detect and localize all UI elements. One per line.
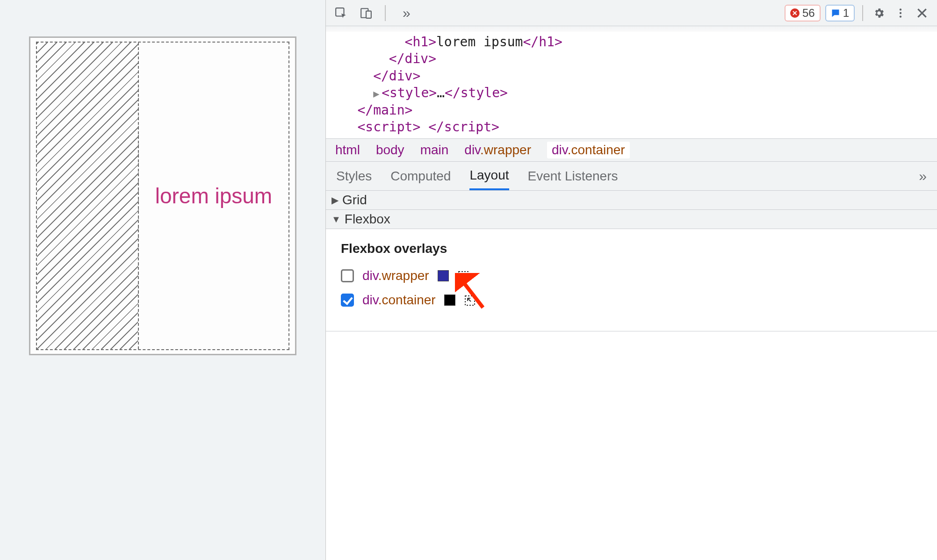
devtools-panel: » ✕ 56 1 <h1>lorem ip <box>325 0 937 560</box>
overlay-wrapper-reveal-icon[interactable] <box>457 270 469 281</box>
gear-icon[interactable] <box>871 5 887 22</box>
overlay-container-color-swatch[interactable] <box>444 294 455 306</box>
code-line[interactable]: </div> <box>326 68 937 85</box>
overlay-row-container: div.container <box>341 293 922 308</box>
breadcrumb-item[interactable]: main <box>420 143 449 158</box>
tab-styles[interactable]: Styles <box>336 163 372 189</box>
toolbar-divider <box>385 5 386 21</box>
code-line[interactable]: <script> </script> <box>326 119 937 136</box>
more-tabs-icon[interactable]: » <box>919 168 927 184</box>
section-flexbox-label: Flexbox <box>345 212 390 227</box>
svg-rect-2 <box>366 11 371 18</box>
errors-badge[interactable]: ✕ 56 <box>785 5 821 22</box>
flexbox-overlays-body: Flexbox overlays div.wrapper div.contain… <box>326 229 937 331</box>
flexbox-overlays-title: Flexbox overlays <box>341 241 922 256</box>
svg-point-4 <box>900 12 901 14</box>
overlay-container-reveal-icon[interactable] <box>464 294 476 306</box>
breadcrumb: html body main div.wrapper div.container <box>326 138 937 162</box>
elements-tree[interactable]: <h1>lorem ipsum</h1> </div> </div> ▶<sty… <box>326 32 937 138</box>
code-fade <box>326 26 937 32</box>
preview-heading: lorem ipsum <box>139 43 288 349</box>
code-line[interactable]: </main> <box>326 102 937 119</box>
code-line[interactable]: ▶<style>…</style> <box>326 85 937 101</box>
overlay-container-selector[interactable]: div.container <box>362 293 436 308</box>
breadcrumb-item[interactable]: body <box>376 143 404 158</box>
chevron-down-icon: ▼ <box>332 214 341 225</box>
preview-outer: lorem ipsum <box>29 36 296 355</box>
flex-free-space-hatch <box>37 43 139 349</box>
code-line[interactable]: </div> <box>326 50 937 67</box>
toolbar-divider <box>862 5 863 21</box>
svg-point-5 <box>900 15 901 17</box>
overlay-wrapper-selector[interactable]: div.wrapper <box>362 268 429 283</box>
section-flexbox[interactable]: ▼ Flexbox <box>326 210 937 229</box>
tab-computed[interactable]: Computed <box>390 163 451 189</box>
breadcrumb-item[interactable]: html <box>335 143 360 158</box>
messages-badge[interactable]: 1 <box>825 5 855 22</box>
section-grid[interactable]: ▶ Grid <box>326 191 937 210</box>
code-line[interactable]: <h1>lorem ipsum</h1> <box>326 34 937 50</box>
sidepanel-tabs: Styles Computed Layout Event Listeners » <box>326 162 937 191</box>
more-panels-icon[interactable]: » <box>403 5 411 21</box>
messages-count: 1 <box>843 7 849 20</box>
svg-point-3 <box>900 8 901 10</box>
device-toggle-icon[interactable] <box>358 5 375 22</box>
close-icon[interactable] <box>914 5 930 22</box>
overlay-wrapper-checkbox[interactable] <box>341 269 354 282</box>
tab-event-listeners[interactable]: Event Listeners <box>528 163 618 189</box>
message-icon <box>831 8 840 18</box>
overlay-wrapper-color-swatch[interactable] <box>438 270 449 281</box>
chevron-right-icon: ▶ <box>332 194 339 206</box>
overlay-row-wrapper: div.wrapper <box>341 268 922 283</box>
tab-layout[interactable]: Layout <box>469 162 509 190</box>
expand-icon[interactable]: ▶ <box>373 87 382 101</box>
inspect-element-icon[interactable] <box>332 5 349 22</box>
devtools-toolbar: » ✕ 56 1 <box>326 0 937 26</box>
flex-overlay-box: lorem ipsum <box>36 42 289 350</box>
breadcrumb-item[interactable]: div.wrapper <box>464 143 531 158</box>
preview-pane: lorem ipsum <box>0 0 325 560</box>
error-icon: ✕ <box>790 8 800 18</box>
section-grid-label: Grid <box>342 193 367 208</box>
kebab-icon[interactable] <box>892 5 909 22</box>
errors-count: 56 <box>802 7 815 20</box>
overlay-container-checkbox[interactable] <box>341 294 354 307</box>
breadcrumb-item-active[interactable]: div.container <box>547 142 630 158</box>
